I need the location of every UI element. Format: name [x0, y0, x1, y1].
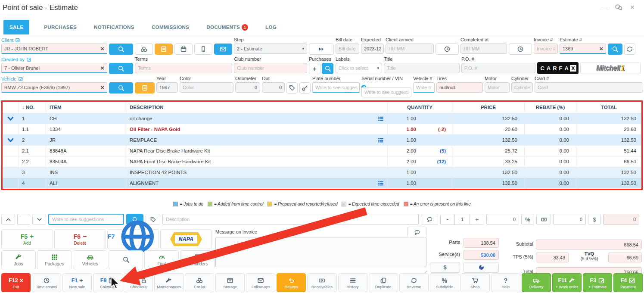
arrived-clock-button[interactable] — [436, 44, 459, 55]
estimate-refresh-button[interactable] — [624, 44, 635, 55]
pie-chart-button[interactable] — [464, 262, 499, 273]
color-input[interactable] — [180, 82, 233, 93]
client-email-button[interactable] — [214, 44, 232, 55]
tool-reminders-button[interactable]: Reminders — [180, 250, 215, 269]
car-lot-button[interactable]: Car lot — [185, 273, 214, 292]
title-input[interactable] — [384, 63, 460, 73]
invoice-no-input[interactable] — [534, 44, 558, 54]
expected-input[interactable] — [361, 44, 384, 54]
rebate-input[interactable] — [486, 214, 519, 225]
clear-client-icon[interactable]: × — [100, 46, 104, 51]
message-comment-button[interactable] — [408, 227, 426, 238]
tool-packages-button[interactable]: Packages — [37, 250, 72, 269]
tab-sale[interactable]: SALE — [3, 20, 29, 34]
plate-value[interactable] — [315, 85, 357, 90]
tires-value[interactable] — [439, 85, 480, 90]
delete-button[interactable]: F6−Delete — [54, 229, 106, 249]
motor-value[interactable] — [488, 85, 507, 90]
invoice-message-textarea[interactable] — [215, 237, 426, 267]
returns-button[interactable]: Returns — [277, 273, 306, 292]
delivery-button[interactable]: Delivery — [522, 273, 551, 292]
time-control-button[interactable]: Time control — [32, 273, 61, 292]
tool-jobs-button[interactable]: Jobs — [1, 250, 36, 269]
qty-plus-button[interactable]: + — [470, 214, 484, 224]
table-row-1.1[interactable]: 1.11334Oil Filter - NAPA Gold1.00(-2)20.… — [3, 124, 641, 135]
client-binoculars-button[interactable] — [135, 44, 153, 55]
clear-vehicle-icon[interactable]: × — [100, 85, 104, 90]
vehicle-input[interactable]: × — [1, 82, 107, 93]
tool-vehicles-button[interactable]: Vehicles — [73, 250, 107, 269]
edit-vehicle-icon[interactable] — [18, 76, 23, 81]
client-arrived-input[interactable] — [386, 44, 434, 54]
client-value[interactable] — [4, 46, 99, 51]
vin-value[interactable] — [364, 90, 408, 95]
vehicle-no-value[interactable] — [416, 85, 432, 90]
F3--estimate-button[interactable]: F3+ Estimate — [583, 273, 612, 292]
estimate-no-value[interactable] — [563, 46, 597, 51]
column-item[interactable]: ITEM — [46, 102, 126, 113]
plate-input[interactable] — [312, 82, 360, 93]
table-row-2[interactable]: 2JRREMPLACE1.00132.500.00132.50 — [3, 135, 641, 146]
cylinder-input[interactable] — [511, 82, 533, 93]
step-value[interactable] — [237, 46, 300, 51]
clear-created-by-icon[interactable]: × — [100, 65, 104, 71]
odometer-value[interactable] — [238, 85, 257, 90]
receivables-button[interactable]: Receivables — [307, 273, 336, 292]
cylinder-value[interactable] — [514, 85, 530, 90]
out-input[interactable] — [262, 82, 285, 93]
client-phone-button[interactable] — [194, 44, 212, 55]
F1-new-sale-button[interactable]: F1+New sale — [62, 273, 92, 292]
client-calendar-button[interactable] — [174, 44, 193, 55]
out-value[interactable] — [265, 85, 282, 90]
reverse-button[interactable]: Reverse — [399, 273, 429, 292]
line-number-input[interactable] — [17, 214, 30, 225]
client-search-button[interactable] — [109, 44, 133, 55]
year-value[interactable] — [159, 85, 175, 90]
minimize-button[interactable]: — — [601, 3, 607, 11]
dollar-button[interactable]: $ — [588, 214, 601, 225]
client-input[interactable]: × — [1, 44, 107, 54]
table-row-4[interactable]: 4ALIALIGNMENT1.00132.500.00132.50 — [3, 178, 641, 189]
mitchell1-logo[interactable]: Mitchell1 — [580, 62, 641, 74]
terms-input[interactable] — [135, 63, 232, 73]
invoice-no-value[interactable] — [537, 46, 555, 51]
completed-at-value[interactable] — [464, 46, 504, 51]
club-number-input[interactable] — [234, 63, 307, 73]
banknote-button[interactable] — [536, 214, 551, 225]
dollar-toggle-button[interactable]: $ — [430, 262, 460, 273]
title-value[interactable] — [387, 65, 457, 71]
row-menu-icon[interactable] — [377, 137, 384, 143]
line-comment-button[interactable] — [421, 214, 438, 225]
storage-button[interactable]: Storage — [215, 273, 245, 292]
created-by-input[interactable]: × — [1, 63, 107, 73]
edit-created-by-icon[interactable] — [26, 57, 31, 62]
edit-client-icon[interactable] — [15, 37, 20, 43]
total-input[interactable] — [603, 214, 639, 225]
table-row-1[interactable]: 1CHoil change1.00132.500.00132.50 — [3, 113, 641, 124]
created-by-search-button[interactable] — [109, 63, 133, 74]
add-purchase-button[interactable]: + — [309, 63, 320, 74]
row-menu-icon[interactable] — [377, 115, 384, 122]
column-quantity[interactable]: QUANTITY — [387, 102, 452, 113]
table-row-3[interactable]: 3INSINSPECTION 42 POINTS1.00132.500.0013… — [3, 167, 641, 178]
table-row-2.1[interactable]: 2.183848ANAPA Rear Disc Brake Hardware K… — [3, 146, 641, 156]
po-no-value[interactable] — [464, 65, 532, 71]
subdivide-button[interactable]: %Subdivide — [430, 273, 459, 292]
next-step-button[interactable] — [309, 44, 334, 55]
vehicle-no-input[interactable] — [413, 82, 435, 93]
tab-notifications[interactable]: NOTIFICATIONS — [91, 20, 137, 34]
F10-checkout-button[interactable]: F10Checkout — [124, 273, 153, 292]
odometer-input[interactable] — [235, 82, 260, 93]
tool-search-button[interactable] — [109, 250, 143, 269]
row-menu-icon[interactable] — [377, 180, 384, 187]
purchases-search-button[interactable] — [322, 63, 333, 74]
clear-estimate-icon[interactable]: × — [599, 46, 603, 51]
column-description[interactable]: DESCRIPTION — [126, 102, 387, 113]
labels-select[interactable]: ▾ — [336, 63, 382, 73]
card-value[interactable] — [538, 85, 640, 90]
maintenances-button[interactable]: Maintenances — [154, 273, 184, 292]
expected-value[interactable] — [364, 46, 381, 51]
estimate-no-input[interactable]: × — [560, 44, 606, 54]
motor-input[interactable] — [485, 82, 510, 93]
move-up-button[interactable] — [1, 214, 15, 225]
